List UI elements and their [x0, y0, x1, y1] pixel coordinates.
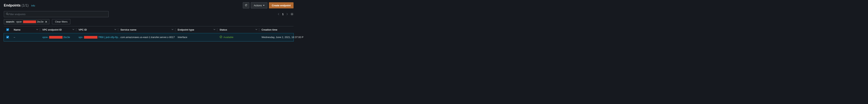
cell-endpoint-id: vpce-2bc3e [40, 33, 76, 41]
title-text: Endpoints [4, 3, 21, 7]
pager: 1 [278, 12, 293, 16]
cell-type: Interface [175, 33, 217, 41]
col-type[interactable]: Endpoint type [175, 26, 217, 33]
check-circle-icon [220, 35, 222, 39]
row-checkbox[interactable] [6, 36, 9, 38]
search-input-wrap[interactable] [4, 11, 108, 17]
col-status[interactable]: Status [217, 26, 259, 33]
col-name[interactable]: Name [11, 26, 40, 33]
page-next-button[interactable] [286, 13, 288, 15]
chevron-down-icon [263, 5, 265, 6]
col-created[interactable]: Creation time [259, 26, 293, 33]
clear-filters-button[interactable]: Clear filters [52, 19, 70, 24]
filter-chip: search: vpce-2bc3e [4, 19, 50, 24]
chip-key: search: [6, 20, 15, 23]
refresh-button[interactable] [243, 2, 249, 8]
sort-icon [214, 29, 215, 31]
cell-status: Available [217, 33, 259, 41]
page-title: Endpoints (1/1) [4, 3, 29, 7]
info-link[interactable]: Info [31, 4, 35, 7]
actions-label: Actions [254, 4, 262, 7]
actions-button[interactable]: Actions [251, 2, 268, 8]
page-prev-button[interactable] [278, 13, 279, 15]
cell-service: com.amazonaws.us-east-1.transfer.server.… [118, 33, 175, 41]
create-endpoint-button[interactable]: Create endpoint [269, 2, 293, 8]
cell-created: Wednesday, June 2, 2021, 18:37:00 P [259, 33, 293, 41]
page-number: 1 [282, 12, 284, 16]
col-endpoint-id[interactable]: VPC endpoint ID [40, 26, 76, 33]
sort-icon [114, 29, 116, 31]
title-count: (1/1) [22, 3, 29, 7]
redacted-block [23, 21, 36, 23]
cell-vpc-id: vpc-7ff68 | jedi-sftp-ftp… [76, 33, 118, 41]
cell-name: – [11, 33, 40, 41]
sort-icon [255, 29, 257, 31]
sort-icon [36, 29, 38, 31]
svg-point-1 [291, 14, 292, 15]
settings-button[interactable] [290, 12, 293, 16]
col-vpc-id[interactable]: VPC ID [76, 26, 118, 33]
redacted-block [49, 36, 63, 38]
vpc-id-link[interactable]: vpc-7ff68 | jedi-sftp-ftp… [79, 36, 120, 38]
refresh-icon [245, 4, 247, 7]
endpoint-id-link[interactable]: vpce-2bc3e [42, 36, 70, 38]
chip-remove-button[interactable] [45, 21, 47, 23]
table-header-row: Name VPC endpoint ID VPC ID Service name… [4, 26, 293, 33]
search-input[interactable] [8, 13, 106, 16]
table-row[interactable]: – vpce-2bc3e vpc-7ff68 | jedi-sftp-ftp… … [4, 33, 293, 41]
sort-icon [72, 29, 74, 31]
sort-icon [172, 29, 174, 31]
endpoints-table: Name VPC endpoint ID VPC ID Service name… [4, 26, 293, 41]
search-icon [6, 12, 8, 16]
svg-point-0 [6, 13, 8, 15]
status-text: Available [223, 36, 234, 38]
select-all-checkbox[interactable] [6, 28, 9, 31]
chip-value: vpce-2bc3e [16, 20, 43, 23]
header: Endpoints (1/1) Info Actions Create endp… [4, 2, 293, 8]
redacted-block [84, 36, 97, 38]
col-service[interactable]: Service name [118, 26, 175, 33]
